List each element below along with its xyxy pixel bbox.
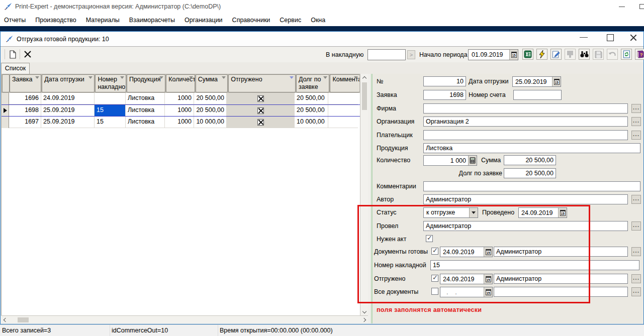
payer-lookup-button[interactable]: ... <box>631 131 641 140</box>
shipped-checkbox[interactable] <box>257 95 264 102</box>
cell-sum[interactable]: 10 000,00 <box>194 117 227 128</box>
posted-date-field[interactable]: 24.09.2019 15 <box>518 207 567 218</box>
cell-invoice-no[interactable] <box>95 93 126 104</box>
column-header-invoice-no[interactable]: Номер накладно <box>95 74 126 92</box>
menu-settlements[interactable]: Взаиморасчеты <box>129 15 180 25</box>
undo-button[interactable] <box>607 49 618 60</box>
all-docs-checkbox[interactable] <box>431 288 438 295</box>
filter-arrow-icon[interactable] <box>222 76 226 79</box>
cell-qty[interactable]: 1000 <box>165 93 194 104</box>
scroll-up-button[interactable] <box>360 74 368 82</box>
docs-ready-lookup-button[interactable]: ... <box>631 247 641 256</box>
firm-lookup-button[interactable]: ... <box>631 104 641 113</box>
cell-sum[interactable]: 20 500,00 <box>194 105 227 116</box>
filter-arrow-icon[interactable] <box>323 76 327 79</box>
menu-windows[interactable]: Окна <box>311 15 330 25</box>
status-dropdown[interactable]: к отгрузке <box>423 207 478 218</box>
column-header-request[interactable]: Заявка <box>10 74 41 92</box>
cell-product[interactable]: Листовка <box>126 117 165 128</box>
cell-shipped[interactable] <box>227 93 295 104</box>
filter-arrow-icon[interactable] <box>189 76 193 79</box>
qty-field[interactable]: 1 000 <box>423 155 477 166</box>
column-header-qty[interactable]: Количест <box>166 74 195 92</box>
author-field[interactable]: Администратор <box>423 194 628 204</box>
scroll-right-button[interactable] <box>360 316 367 323</box>
cell-invoice-no-selected[interactable]: 15 <box>95 105 126 116</box>
cell-shipped[interactable] <box>227 117 295 128</box>
cell-product[interactable]: Листовка <box>126 105 165 116</box>
post-db-button[interactable] <box>565 49 576 60</box>
refresh-button[interactable] <box>621 49 632 60</box>
table-row[interactable]: 1696 24.09.2019 Листовка 1000 20 500,00 … <box>2 93 360 104</box>
payer-field[interactable] <box>423 130 628 140</box>
table-row[interactable]: 1697 25.09.2019 15 Листовка 1000 10 000,… <box>2 117 360 128</box>
menu-reports[interactable]: Отчеты <box>4 15 31 25</box>
shipped-calendar-button[interactable]: 15 <box>484 274 492 284</box>
cell-ship-date[interactable]: 25.09.2019 <box>41 105 95 116</box>
posted-calendar-button[interactable]: 15 <box>558 208 567 217</box>
request-field[interactable]: 1698 <box>423 90 466 100</box>
main-maximize-button[interactable] <box>639 4 644 9</box>
scroll-left-button[interactable] <box>2 316 9 323</box>
shipped-user-field[interactable]: Администратор <box>494 274 628 284</box>
delete-record-button[interactable] <box>22 48 34 60</box>
column-header-product[interactable]: Продукция <box>127 74 165 92</box>
account-field[interactable] <box>513 90 562 100</box>
main-minimize-button[interactable] <box>616 3 627 11</box>
cell-shipped[interactable] <box>227 105 295 116</box>
cell-qty[interactable]: 1000 <box>165 105 194 116</box>
org-field[interactable]: Организация 2 <box>423 117 628 127</box>
cell-ship-date[interactable]: 24.09.2019 <box>41 93 95 104</box>
column-header-comment[interactable]: Коммента <box>330 74 359 92</box>
filter-arrow-icon[interactable] <box>354 76 358 79</box>
filter-arrow-icon[interactable] <box>290 76 294 79</box>
author-lookup-button[interactable]: ... <box>631 195 641 204</box>
period-start-date-field[interactable]: 01.09.2019 15 <box>468 49 518 60</box>
table-vertical-scrollbar[interactable] <box>360 74 368 315</box>
column-header-shipped[interactable]: Отгружено <box>228 74 296 92</box>
all-docs-calendar-button[interactable]: 15 <box>484 287 492 297</box>
menu-directories[interactable]: Справочники <box>232 15 275 25</box>
cell-request[interactable]: 1698 <box>9 105 41 116</box>
shipped-checkbox[interactable] <box>431 275 438 282</box>
invoice-no-field[interactable]: 15 <box>430 260 639 270</box>
table-horizontal-scrollbar[interactable] <box>1 315 368 323</box>
shipped-date-field[interactable]: 24.09.2019 15 <box>440 274 493 284</box>
column-header-sum[interactable]: Сумма <box>196 74 228 92</box>
cell-product[interactable]: Листовка <box>126 93 165 104</box>
new-record-button[interactable] <box>7 48 19 60</box>
firm-field[interactable] <box>423 103 628 114</box>
cell-comment[interactable] <box>328 93 358 104</box>
docs-ready-calendar-button[interactable]: 15 <box>484 247 492 257</box>
shipped-checkbox[interactable] <box>257 119 264 126</box>
edit-record-button[interactable] <box>550 49 562 60</box>
scroll-down-button[interactable] <box>360 307 368 315</box>
comments-field[interactable] <box>423 181 640 191</box>
qty-calculator-button[interactable] <box>468 156 477 165</box>
ship-date-field[interactable]: 25.09.2019 15 <box>512 76 561 87</box>
docs-ready-user-field[interactable]: Администратор <box>494 247 628 257</box>
save-button[interactable] <box>593 49 604 60</box>
cell-debt[interactable]: 10 000,00 <box>295 117 328 128</box>
debt-field[interactable]: 20 500,00 <box>504 168 556 178</box>
cell-invoice-no[interactable]: 15 <box>95 117 126 128</box>
export-excel-button[interactable] <box>522 49 533 60</box>
filter-arrow-icon[interactable] <box>88 76 93 79</box>
period-calendar-button[interactable]: 15 <box>509 50 518 60</box>
to-invoice-input[interactable] <box>367 49 406 60</box>
find-button[interactable] <box>579 49 590 60</box>
cell-debt[interactable]: 20 500,00 <box>295 105 328 116</box>
column-header-debt[interactable]: Долг по заявке <box>296 74 329 92</box>
all-docs-lookup-button[interactable]: ... <box>631 287 641 296</box>
filter-arrow-icon[interactable] <box>35 76 39 79</box>
child-minimize-button[interactable] <box>580 37 588 38</box>
act-checkbox[interactable] <box>426 235 433 242</box>
menu-organizations[interactable]: Организации <box>185 15 228 25</box>
docs-ready-date-field[interactable]: 24.09.2019 15 <box>440 247 493 257</box>
filter-arrow-icon[interactable] <box>159 76 163 79</box>
dropdown-button[interactable] <box>469 208 478 217</box>
cell-request[interactable]: 1697 <box>9 117 41 128</box>
child-close-button[interactable] <box>630 34 636 41</box>
cell-qty[interactable]: 1000 <box>165 117 194 128</box>
shipped-checkbox[interactable] <box>257 107 264 114</box>
